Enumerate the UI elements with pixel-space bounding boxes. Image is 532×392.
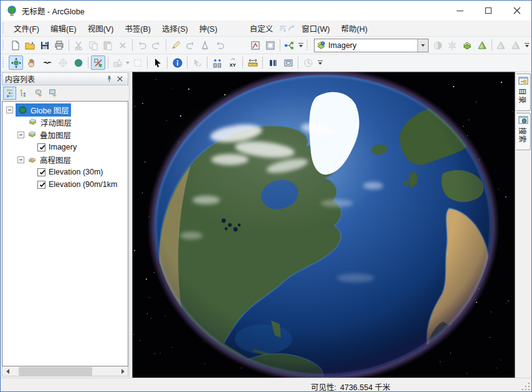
- menu-help[interactable]: 帮助(H): [335, 20, 373, 37]
- find-button[interactable]: [210, 55, 224, 70]
- navigation-mode-button[interactable]: [91, 55, 105, 70]
- time-slider-button[interactable]: [301, 55, 315, 70]
- tree-row-draped-layers[interactable]: 叠加图层: [2, 128, 128, 141]
- tree-row-globe-layers[interactable]: Globe 图层: [2, 103, 128, 116]
- delete-button[interactable]: [116, 38, 130, 52]
- animation-pyramid-button[interactable]: [494, 38, 508, 52]
- rotate-button[interactable]: [213, 38, 227, 52]
- paste-button[interactable]: [102, 38, 115, 52]
- label-icon: [200, 41, 210, 50]
- collapse-icon[interactable]: [17, 156, 24, 163]
- save-button[interactable]: [38, 38, 52, 52]
- tree-row-elevation-30m[interactable]: Elevation (30m): [2, 166, 128, 178]
- pin-button[interactable]: [104, 74, 115, 84]
- globe-toolbar-grip[interactable]: [306, 40, 310, 51]
- resize-grip[interactable]: [522, 382, 530, 390]
- elevation-30m-checkbox[interactable]: [37, 168, 45, 176]
- earth-globe[interactable]: [133, 72, 515, 378]
- viewer-window-button[interactable]: [281, 55, 295, 70]
- layer-icon: [316, 41, 326, 50]
- menu-edit[interactable]: 编辑(E): [45, 20, 82, 37]
- base-heights-button[interactable]: [475, 38, 489, 52]
- list-by-drawing-order-button[interactable]: [3, 87, 16, 100]
- catalog-tab-label: 目录: [518, 88, 528, 104]
- hyperlink-button[interactable]: [190, 55, 204, 70]
- maximize-button[interactable]: [474, 1, 503, 21]
- minimize-button[interactable]: [445, 1, 474, 21]
- menu-grip[interactable]: [2, 23, 6, 34]
- tree-row-elevation-90m[interactable]: Elevation (90m/1km: [2, 178, 128, 191]
- new-document-button[interactable]: [9, 38, 22, 52]
- layout-view-button[interactable]: [264, 38, 277, 52]
- open-button[interactable]: [23, 38, 37, 52]
- contrast-button[interactable]: [431, 38, 445, 52]
- scroll-right-button[interactable]: [118, 367, 128, 376]
- imagery-checkbox[interactable]: [37, 143, 45, 151]
- scroll-left-button[interactable]: [2, 367, 12, 376]
- brightness-button[interactable]: [446, 38, 460, 52]
- menu-selection[interactable]: 选择(S): [156, 20, 194, 37]
- fly-bird-icon: [42, 58, 52, 68]
- navigate-button[interactable]: [9, 55, 23, 70]
- measure-button[interactable]: [245, 55, 260, 70]
- overflow-bar-icon: [318, 60, 323, 61]
- sketch-pen-button[interactable]: [169, 38, 183, 52]
- select-features-dropdown-icon[interactable]: [126, 62, 130, 64]
- list-by-source-button[interactable]: [17, 87, 31, 100]
- tools-toolbar-overflow[interactable]: [316, 55, 325, 70]
- tree-row-elevation-layers[interactable]: 高程图层: [2, 153, 128, 166]
- right-tab-strip: 目录 搜索: [515, 72, 531, 378]
- navigation-mode-icon: [93, 58, 103, 68]
- scrollbar-track[interactable]: [12, 367, 118, 376]
- menu-view[interactable]: 视图(V): [82, 20, 120, 37]
- clear-selection-button[interactable]: [130, 55, 145, 70]
- elevation-90m-checkbox[interactable]: [37, 181, 45, 189]
- center-on-target-button[interactable]: [55, 55, 70, 70]
- modelbuilder-button[interactable]: [283, 38, 297, 52]
- search-tab[interactable]: 搜索: [516, 113, 531, 150]
- full-extent-button[interactable]: [71, 55, 85, 70]
- layer-combobox[interactable]: Imagery: [314, 39, 429, 52]
- menu-geoprocessing[interactable]: 抻(S): [194, 20, 223, 37]
- cut-button[interactable]: [72, 38, 85, 52]
- redo-button[interactable]: [150, 38, 163, 52]
- globe-viewport[interactable]: [132, 72, 515, 378]
- label-button[interactable]: [198, 38, 212, 52]
- standard-toolbar-overflow[interactable]: [297, 38, 305, 52]
- select-features-button[interactable]: [111, 55, 125, 70]
- undo-button[interactable]: [135, 38, 149, 52]
- animation-pyramid2-button[interactable]: [509, 38, 523, 52]
- html-popup-button[interactable]: [265, 55, 280, 70]
- print-button[interactable]: [53, 38, 67, 52]
- menu-file[interactable]: 文件(F): [8, 20, 45, 37]
- copy-button[interactable]: [87, 38, 100, 52]
- list-by-selection-button[interactable]: [46, 87, 59, 100]
- swipe-layer-button[interactable]: [460, 38, 474, 52]
- list-by-visibility-button[interactable]: [32, 87, 45, 100]
- close-button[interactable]: [503, 1, 531, 21]
- select-elements-button[interactable]: [150, 55, 164, 70]
- menu-customize[interactable]: 自定义: [244, 20, 279, 37]
- layer-combobox-dropdown[interactable]: [417, 39, 428, 52]
- print-icon: [54, 41, 64, 50]
- select-elements-cursor-icon: [153, 58, 163, 68]
- collapse-icon[interactable]: [17, 131, 24, 138]
- redo-sketch-button[interactable]: [184, 38, 197, 52]
- scrollbar-thumb[interactable]: [19, 367, 92, 376]
- pan-button[interactable]: [24, 55, 39, 70]
- menu-bookmarks[interactable]: 书签(B): [119, 20, 156, 37]
- tree-row-floating-layers[interactable]: 浮动图层: [2, 116, 128, 128]
- tools-toolbar-grip[interactable]: [2, 57, 6, 69]
- globe-toolbar-overflow[interactable]: [523, 38, 531, 52]
- toolbar-grip[interactable]: [2, 40, 6, 51]
- goto-xy-button[interactable]: XY: [226, 55, 240, 70]
- fly-button[interactable]: [40, 55, 54, 70]
- map-view-button[interactable]: [249, 38, 262, 52]
- toc-horizontal-scrollbar[interactable]: [2, 366, 128, 376]
- catalog-tab[interactable]: 目录: [516, 74, 531, 111]
- toc-close-button[interactable]: [115, 74, 125, 84]
- tree-row-imagery[interactable]: Imagery: [2, 141, 128, 153]
- collapse-icon[interactable]: [6, 107, 13, 113]
- menu-window[interactable]: 窗口(W): [296, 20, 335, 37]
- identify-button[interactable]: [170, 55, 184, 70]
